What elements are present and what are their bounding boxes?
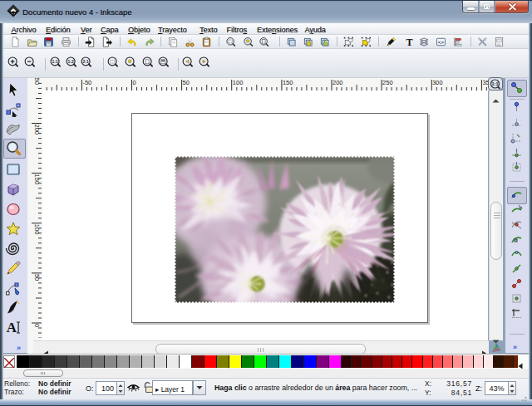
svg-text:0: 0 [33, 324, 41, 327]
svg-text:250: 250 [382, 79, 393, 86]
svg-text:200: 200 [332, 79, 343, 86]
svg-text:50: 50 [183, 79, 190, 86]
svg-text:<>: <> [437, 40, 444, 46]
svg-text:50: 50 [33, 274, 41, 281]
svg-text:150: 150 [283, 79, 293, 86]
svg-text:0: 0 [133, 79, 136, 86]
svg-text:1:1: 1:1 [52, 60, 58, 64]
svg-text:-50: -50 [82, 79, 91, 86]
svg-text:1:1: 1:1 [492, 81, 499, 86]
svg-text:T: T [406, 37, 412, 47]
svg-text:A: A [7, 320, 17, 335]
svg-text:300: 300 [432, 79, 443, 86]
svg-text:1:2: 1:2 [68, 60, 74, 64]
svg-text:100: 100 [233, 79, 244, 86]
svg-text:2:1: 2:1 [83, 60, 89, 64]
